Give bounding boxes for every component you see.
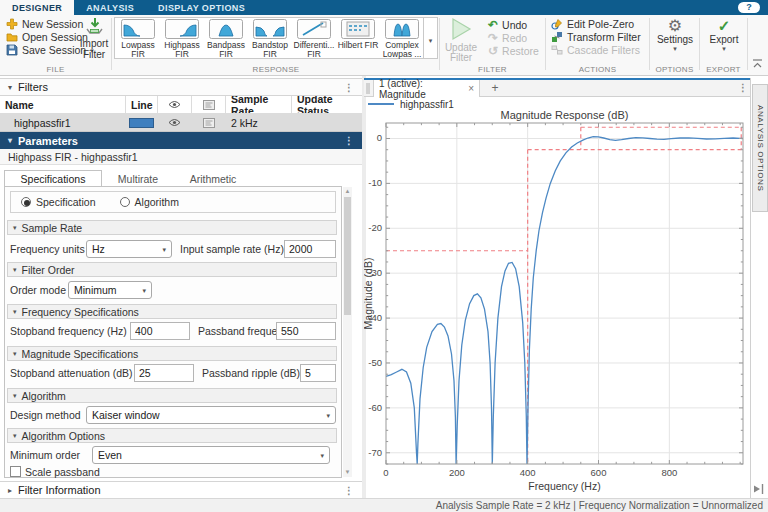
scale-passband-checkbox[interactable] [10, 466, 21, 477]
section-magnitude-specifications[interactable]: ▾Magnitude Specifications [7, 346, 337, 361]
filter-legend-toggle[interactable] [192, 114, 226, 131]
tab-specifications[interactable]: Specifications [4, 170, 102, 187]
chevron-down-icon: ▾ [326, 412, 330, 419]
tab-designer[interactable]: DESIGNER [0, 0, 74, 15]
filter-visibility-toggle[interactable] [158, 114, 192, 131]
edit-pole-zero-button[interactable]: Edit Pole-Zero [551, 18, 634, 30]
lowpass-fir-button[interactable]: LowpassFIR [116, 19, 160, 58]
svg-text:-60: -60 [368, 402, 382, 413]
stopband-attenuation-label: Stopband attenuation (dB) [10, 364, 133, 382]
restore-button[interactable]: ↺ Restore [488, 44, 539, 58]
bandstop-fir-icon [253, 19, 287, 39]
legend-line [368, 103, 394, 105]
passband-frequency-field[interactable] [276, 322, 336, 340]
filter-line-swatch[interactable] [129, 118, 154, 128]
tab-multirate-label: Multirate [118, 173, 158, 185]
parameters-subtitle-label: Highpass FIR - highpassfir1 [8, 151, 138, 163]
minimum-order-label: Minimum order [10, 446, 80, 464]
section-algorithm-options[interactable]: ▾Algorithm Options [7, 428, 337, 443]
svg-text:200: 200 [449, 467, 465, 478]
filters-panel-header[interactable]: ▾ Filters ⋮ [0, 78, 362, 96]
tab-arithmetic[interactable]: Arithmetic [174, 170, 252, 187]
filter-row-highpassfir1[interactable]: highpassfir1 2 kHz [0, 114, 362, 132]
input-sample-rate-label: Input sample rate (Hz) [180, 240, 284, 258]
response-gallery-expand-button[interactable]: ▾ [424, 17, 438, 59]
analysis-options-tab[interactable]: ANALYSIS OPTIONS [752, 84, 768, 212]
filter-group-label: FILTER [440, 65, 545, 74]
magnitude-document-tab[interactable]: 1 (active): Magnitude × [373, 80, 480, 97]
cascade-filters-label: Cascade Filters [567, 44, 640, 56]
new-session-button[interactable]: New Session [6, 18, 83, 30]
differentiator-fir-icon [297, 19, 331, 39]
stopband-attenuation-field[interactable] [134, 364, 194, 382]
differentiator-fir-button[interactable]: Differenti...FIR [292, 19, 336, 58]
tab-analysis[interactable]: ANALYSIS [74, 0, 146, 15]
document-menu-icon[interactable]: ⋮ [738, 82, 748, 93]
filter-name: highpassfir1 [14, 117, 71, 129]
parameters-scrollbar[interactable]: ▲ ▼ [343, 187, 352, 477]
chevron-down-icon: ▾ [320, 452, 324, 459]
section-sample-rate[interactable]: ▾Sample Rate [7, 220, 337, 235]
tab-display-options[interactable]: DISPLAY OPTIONS [146, 0, 257, 15]
bandstop-fir-button[interactable]: BandstopFIR [248, 19, 292, 58]
collapse-ribbon-icon[interactable] [752, 59, 763, 68]
collapse-triangle-icon: ▾ [13, 350, 17, 358]
parameters-panel-title: Parameters [18, 135, 78, 147]
collapse-triangle-icon: ▾ [8, 83, 12, 92]
scroll-down-icon[interactable]: ▼ [343, 468, 352, 477]
radio-algorithm[interactable]: Algorithm [120, 196, 179, 208]
new-session-label: New Session [22, 18, 83, 30]
transform-filter-icon [551, 31, 563, 43]
highpass-fir-button[interactable]: HighpassFIR [160, 19, 204, 58]
parameters-panel-header[interactable]: ▾ Parameters ⋮ [0, 132, 362, 149]
visibility-eye-icon [168, 100, 181, 109]
update-filter-button[interactable]: UpdateFilter [442, 17, 480, 63]
section-algorithm-title: Algorithm [22, 390, 66, 402]
complex-lowpass-fir-button[interactable]: ComplexLowpas ... [380, 19, 424, 58]
section-algorithm[interactable]: ▾Algorithm [7, 388, 337, 403]
group-separator [439, 18, 440, 70]
design-method-select[interactable]: Kaiser window▾ [86, 406, 336, 424]
scrollbar-thumb[interactable] [344, 197, 351, 315]
parameters-panel-menu-icon[interactable]: ⋮ [344, 135, 354, 146]
order-mode-select[interactable]: Minimum▾ [68, 281, 152, 299]
transform-filter-button[interactable]: Transform Filter [551, 31, 641, 43]
help-icon[interactable]: ? [738, 2, 760, 13]
section-frequency-specifications[interactable]: ▾Frequency Specifications [7, 304, 337, 319]
filters-table-header: Name Line Sample Rate Update Status [0, 96, 362, 114]
cascade-filters-button[interactable]: Cascade Filters [551, 44, 640, 56]
actions-group-label: ACTIONS [546, 65, 649, 74]
filters-panel-menu-icon[interactable]: ⋮ [344, 82, 354, 93]
redo-button[interactable]: ↷ Redo [488, 31, 527, 45]
add-tab-button[interactable]: + [488, 81, 502, 95]
response-label: FIR [307, 49, 321, 59]
passband-ripple-field[interactable] [300, 364, 336, 382]
import-filter-button[interactable]: ImportFilter [76, 17, 112, 60]
minimum-order-value: Even [98, 449, 122, 461]
filter-sample-rate: 2 kHz [231, 117, 258, 129]
tab-multirate[interactable]: Multirate [102, 170, 174, 187]
minimum-order-select[interactable]: Even▾ [92, 446, 330, 464]
filter-information-menu-icon[interactable]: ⋮ [344, 485, 354, 496]
radio-specification[interactable]: Specification [21, 196, 96, 208]
settings-button[interactable]: ⚙ Settings ▾ [651, 17, 699, 52]
input-sample-rate-field[interactable] [284, 240, 336, 258]
stopband-frequency-field[interactable] [130, 322, 190, 340]
close-icon[interactable]: × [468, 83, 474, 94]
app-menu-bar: DESIGNER ANALYSIS DISPLAY OPTIONS ? [0, 0, 768, 15]
undo-button[interactable]: ↶ Undo [488, 18, 527, 32]
scroll-up-icon[interactable]: ▲ [343, 187, 352, 196]
section-algorithm-options-title: Algorithm Options [22, 430, 105, 442]
column-sample-rate: Sample Rate [231, 96, 291, 113]
response-label: FIR [219, 49, 233, 59]
bandpass-fir-button[interactable]: BandpassFIR [204, 19, 248, 58]
section-filter-order[interactable]: ▾Filter Order [7, 262, 337, 277]
filter-information-header[interactable]: ▸ Filter Information ⋮ [0, 481, 362, 499]
tab-grip-icon[interactable] [366, 83, 370, 94]
section-frequency-specifications-title: Frequency Specifications [22, 306, 139, 318]
hilbert-fir-button[interactable]: Hilbert FIR [336, 19, 380, 58]
collapse-triangle-icon: ▾ [13, 308, 17, 316]
dock-collapse-icon[interactable] [752, 484, 764, 494]
frequency-units-select[interactable]: Hz▾ [86, 240, 172, 258]
export-button[interactable]: ✓ Export ▾ [701, 17, 747, 52]
